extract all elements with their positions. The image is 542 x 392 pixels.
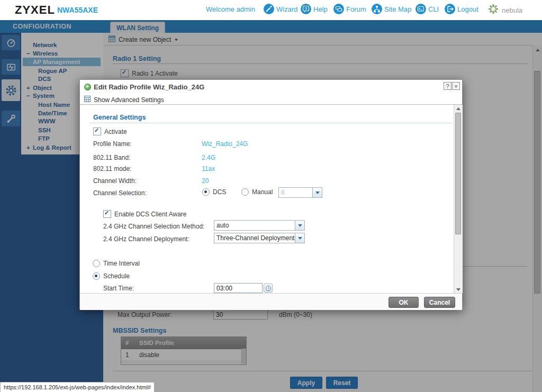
zyxel-logo: ZYXEL [15, 3, 55, 17]
show-advanced-settings-toggle[interactable]: Show Advanced Settings [84, 96, 164, 104]
channel-method-label: 2.4 GHz Channel Selection Method: [103, 223, 204, 230]
dialog-close-button[interactable]: × [452, 82, 460, 90]
activate-checkbox[interactable] [93, 127, 101, 135]
advanced-settings-icon [84, 96, 91, 104]
time-picker-button[interactable] [264, 284, 273, 293]
header-bar: ZYXEL NWA55AXE Welcome admin Wizard ? He… [0, 0, 542, 20]
dialog-help-button[interactable]: ? [444, 82, 451, 90]
wizard-link[interactable]: Wizard [264, 4, 297, 14]
channel-deployment-label: 2.4 GHz Channel Deployment: [103, 235, 189, 243]
svg-text:?: ? [305, 6, 308, 11]
manual-radio-option: Manual [241, 188, 273, 196]
help-link[interactable]: ? Help [301, 4, 328, 14]
schedule-radio[interactable] [93, 272, 100, 280]
channel-method-select[interactable]: auto [214, 220, 305, 231]
time-interval-option: Time Interval [93, 260, 140, 267]
activate-row: Activate [93, 127, 127, 135]
channel-width-value: 20 [202, 177, 209, 185]
logout-icon [445, 4, 455, 14]
general-settings-heading: General Settings [93, 114, 146, 121]
device-model: NWA55AXE [57, 6, 98, 14]
forum-link[interactable]: Forum [333, 4, 366, 14]
band-label: 802.11 Band: [93, 154, 131, 161]
welcome-text: Welcome admin [206, 5, 255, 13]
time-interval-radio[interactable] [93, 260, 100, 267]
channel-deployment-select[interactable]: Three-Channel Deployment [214, 233, 305, 243]
edit-profile-icon [84, 84, 91, 90]
channel-width-label: Channel Width: [93, 177, 137, 185]
forum-icon [333, 4, 344, 14]
help-icon: ? [301, 4, 311, 14]
profile-name-value: Wiz_Radio_24G [202, 140, 248, 148]
mode-label: 802.11 mode: [93, 165, 132, 172]
channel-deployment-caret-icon [295, 233, 304, 243]
dialog-footer: OK Cancel [80, 293, 462, 310]
schedule-option: Schedule [93, 272, 130, 280]
dialog-scroll-down-button[interactable] [454, 286, 463, 293]
browser-status-tooltip: https://192.168.1.205/ext-js/web-pages/i… [0, 382, 155, 392]
dialog-scroll-up-button[interactable] [454, 105, 463, 112]
zyxel-web-configurator: ZYXEL NWA55AXE Welcome admin Wizard ? He… [0, 0, 542, 392]
ok-button[interactable]: OK [389, 297, 419, 308]
wizard-icon [264, 4, 274, 14]
nebula-icon [487, 3, 500, 17]
dialog-title: Edit Radio Profile Wiz_Radio_24G [94, 83, 204, 91]
cli-icon [415, 4, 426, 14]
dcs-client-aware-checkbox[interactable] [103, 210, 111, 218]
sitemap-icon [372, 4, 382, 14]
start-time-input[interactable] [214, 283, 263, 293]
nebula-link[interactable]: nebula [487, 3, 522, 17]
band-value: 2.4G [202, 154, 215, 161]
start-time-label: Start Time: [103, 285, 134, 292]
dcs-radio[interactable] [202, 188, 210, 196]
manual-channel-select[interactable]: 6 [278, 187, 322, 198]
logout-link[interactable]: Logout [445, 4, 478, 14]
profile-name-label: Profile Name: [93, 140, 132, 148]
dialog-scrollbar [454, 105, 463, 293]
edit-radio-profile-dialog: Edit Radio Profile Wiz_Radio_24G ? × Sho… [79, 79, 463, 309]
channel-selection-label: Channel Selection: [93, 189, 147, 197]
status-url: https://192.168.1.205/ext-js/web-pages/i… [4, 384, 151, 390]
dcs-client-aware-row: Enable DCS Client Aware [103, 210, 187, 218]
clock-icon [265, 285, 272, 291]
dialog-scrollbar-thumb[interactable] [455, 113, 461, 234]
channel-method-caret-icon [295, 221, 304, 230]
manual-radio[interactable] [241, 188, 249, 196]
manual-channel-caret-icon [312, 188, 322, 197]
cancel-button[interactable]: Cancel [424, 297, 455, 308]
mode-value: 11ax [202, 165, 215, 172]
cli-link[interactable]: CLI [415, 4, 439, 14]
dcs-radio-option: DCS [202, 188, 226, 196]
sitemap-link[interactable]: Site Map [372, 4, 411, 14]
